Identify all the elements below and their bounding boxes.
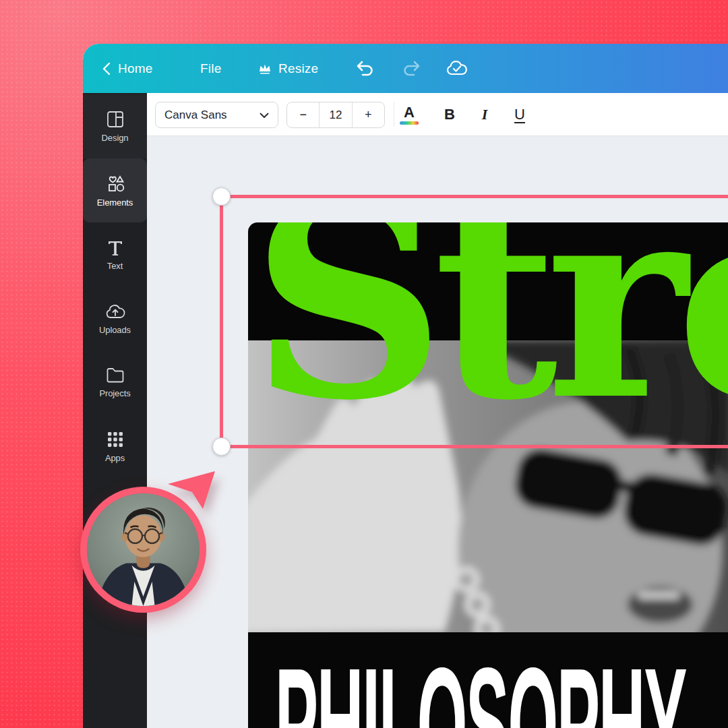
selection-edge-bottom[interactable] xyxy=(220,445,728,448)
text-color-letter: A xyxy=(404,105,415,120)
selection-handle-bottom-left[interactable] xyxy=(212,437,231,456)
font-size-stepper: − 12 + xyxy=(286,102,385,128)
sidebar-item-label: Text xyxy=(107,261,123,271)
home-button[interactable]: Home xyxy=(102,44,152,93)
text-icon xyxy=(107,239,124,256)
font-family-value: Canva Sans xyxy=(164,109,227,122)
design-canvas[interactable]: Street PHILOSOPHY xyxy=(147,136,728,728)
sidebar-item-uploads[interactable]: Uploads xyxy=(83,286,147,351)
projects-icon xyxy=(106,367,125,384)
collaborator-cursor-icon xyxy=(164,469,218,514)
text-color-button[interactable]: A xyxy=(395,93,423,136)
elements-icon xyxy=(106,174,125,193)
sidebar-item-design[interactable]: Design xyxy=(83,94,147,158)
poster-design[interactable]: Street PHILOSOPHY xyxy=(248,222,728,728)
sidebar-item-text[interactable]: Text xyxy=(83,222,147,286)
design-icon xyxy=(107,111,124,128)
sidebar-item-label: Elements xyxy=(97,198,133,208)
sidebar-item-label: Uploads xyxy=(99,325,131,335)
chevron-down-icon xyxy=(260,109,269,122)
selection-edge-top[interactable] xyxy=(220,195,728,198)
canva-editor-window: Home File Resize xyxy=(83,44,728,728)
poster-headline-text[interactable]: Street xyxy=(251,222,728,435)
italic-button[interactable]: I xyxy=(471,93,499,136)
file-menu-button[interactable]: File xyxy=(200,44,221,93)
font-size-value[interactable]: 12 xyxy=(319,102,352,127)
crown-icon xyxy=(258,63,272,75)
decrease-font-size-button[interactable]: − xyxy=(287,102,319,127)
save-status-button[interactable] xyxy=(446,44,468,93)
sidebar-item-label: Projects xyxy=(99,388,130,398)
file-label: File xyxy=(200,61,221,76)
underline-button[interactable]: U xyxy=(506,93,534,136)
sidebar-item-label: Apps xyxy=(105,453,125,463)
resize-button[interactable]: Resize xyxy=(258,44,318,93)
poster-subline-text[interactable]: PHILOSOPHY xyxy=(275,644,686,728)
sidebar-item-elements[interactable]: Elements xyxy=(83,158,147,222)
undo-icon xyxy=(355,60,375,78)
top-bar: Home File Resize xyxy=(83,44,728,93)
sidebar-item-apps[interactable]: Apps xyxy=(83,415,147,479)
back-chevron-icon xyxy=(102,62,111,75)
resize-label: Resize xyxy=(278,61,318,76)
home-label: Home xyxy=(118,61,152,76)
sidebar: Design Elements Text xyxy=(83,93,147,728)
sidebar-item-label: Design xyxy=(102,133,129,143)
cloud-check-icon xyxy=(446,60,468,78)
apps-icon xyxy=(107,431,124,448)
poster-bottom-band: PHILOSOPHY xyxy=(248,632,728,728)
selection-handle-top-left[interactable] xyxy=(212,187,231,206)
font-family-dropdown[interactable]: Canva Sans xyxy=(155,102,278,128)
undo-button[interactable] xyxy=(355,44,375,93)
redo-button[interactable] xyxy=(401,44,421,93)
sidebar-item-projects[interactable]: Projects xyxy=(83,351,147,415)
increase-font-size-button[interactable]: + xyxy=(353,102,384,127)
toolbar-divider xyxy=(394,102,394,127)
bold-button[interactable]: B xyxy=(435,93,464,136)
redo-icon xyxy=(401,60,421,78)
text-color-rainbow-bar xyxy=(400,121,419,125)
selection-edge-left[interactable] xyxy=(220,195,223,448)
text-toolbar: Canva Sans − 12 + A B I U xyxy=(147,93,728,136)
uploads-icon xyxy=(105,303,125,320)
